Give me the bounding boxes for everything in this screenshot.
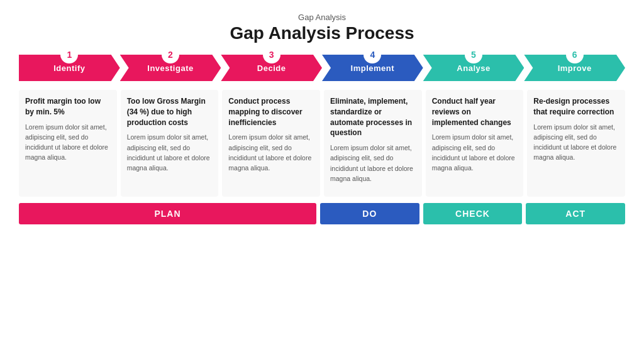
card-title-6: Re-design processes that require correct… (533, 96, 619, 118)
arrow-item-4: 4 Implement (322, 55, 423, 81)
arrow-item-3: 3 Decide (221, 55, 322, 81)
arrow-item-5: 5 Analyse (423, 55, 525, 81)
process-area: 1 Identify 2 Investigate 3 Decide 4 Impl… (19, 55, 625, 224)
card-body-1: Lorem ipsum dolor sit amet, adipiscing e… (25, 122, 111, 163)
card-title-4: Eliminate, implement, standardize or aut… (330, 96, 416, 138)
arrow-item-6: 6 Improve (524, 55, 625, 81)
arrow-item-1: 1 Identify (19, 55, 120, 81)
card-body-5: Lorem ipsum dolor sit amet, adipiscing e… (432, 132, 518, 173)
card-body-2: Lorem ipsum dolor sit amet, adipiscing e… (127, 132, 213, 173)
step-number-6: 6 (566, 46, 584, 63)
card-body-3: Lorem ipsum dolor sit amet, adipiscing e… (228, 132, 314, 173)
card-title-1: Profit margin too low by min. 5% (25, 96, 111, 118)
label-act: ACT (526, 203, 625, 224)
arrow-item-2: 2 Investigate (120, 55, 221, 81)
card-1: Profit margin too low by min. 5% Lorem i… (19, 90, 117, 197)
arrows-row: 1 Identify 2 Investigate 3 Decide 4 Impl… (19, 55, 625, 81)
card-body-6: Lorem ipsum dolor sit amet, adipiscing e… (533, 122, 619, 163)
label-do: DO (320, 203, 419, 224)
page-title: Gap Analysis Process (230, 23, 414, 43)
card-3: Conduct process mapping to discover inef… (222, 90, 320, 197)
step-number-1: 1 (60, 46, 78, 63)
label-check: CHECK (423, 203, 523, 224)
labels-row: PLANDOCHECKACT (19, 203, 625, 224)
card-4: Eliminate, implement, standardize or aut… (324, 90, 422, 197)
label-plan: PLAN (19, 203, 316, 224)
step-number-2: 2 (162, 46, 179, 63)
card-title-3: Conduct process mapping to discover inef… (228, 96, 314, 128)
card-6: Re-design processes that require correct… (527, 90, 625, 197)
cards-row: Profit margin too low by min. 5% Lorem i… (19, 90, 625, 197)
card-title-5: Conduct half year reviews on implemented… (432, 96, 518, 128)
card-title-2: Too low Gross Margin (34 %) due to high … (127, 96, 213, 128)
card-2: Too low Gross Margin (34 %) due to high … (121, 90, 219, 197)
step-number-3: 3 (263, 46, 280, 63)
card-body-4: Lorem ipsum dolor sit amet, adipiscing e… (330, 143, 416, 184)
step-number-5: 5 (465, 46, 482, 63)
page-subtitle: Gap Analysis (230, 13, 414, 22)
step-number-4: 4 (364, 46, 381, 63)
card-5: Conduct half year reviews on implemented… (426, 90, 524, 197)
page-header: Gap Analysis Gap Analysis Process (230, 13, 414, 43)
